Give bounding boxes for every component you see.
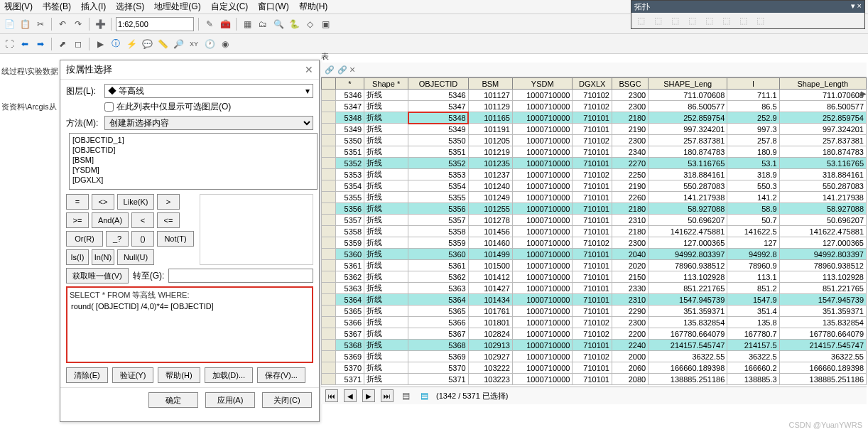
editor-icon[interactable]: ✎ — [203, 18, 216, 31]
col-header[interactable]: BSGC — [612, 78, 649, 90]
op-ne[interactable]: <> — [92, 194, 114, 210]
load-button[interactable]: 加载(D)... — [205, 367, 253, 383]
table-row[interactable]: 5366折线536610180110007100007101022300135.… — [322, 317, 867, 328]
table-row[interactable]: 5348折线534810116510007100007101012180252.… — [322, 112, 867, 124]
back-icon[interactable]: ⬅ — [18, 38, 31, 50]
table-row[interactable]: 5359折线535910146010007100007101022300127.… — [322, 237, 867, 249]
toolbox-icon[interactable]: 🧰 — [219, 18, 232, 31]
measure-icon[interactable]: 📏 — [156, 38, 169, 50]
op-is[interactable]: Is(I) — [66, 249, 89, 265]
col-header[interactable]: BSM — [468, 78, 512, 90]
show-all-icon[interactable]: ▤ — [399, 389, 412, 402]
table-row[interactable]: 5358折线5358101456100071000071010121801416… — [322, 226, 867, 237]
tree-node-1[interactable]: 线过程\实验数据 — [1, 64, 59, 78]
close-icon[interactable]: ✕ — [305, 64, 313, 75]
menu-window[interactable]: 窗口(W) — [258, 1, 288, 13]
catalog-icon[interactable]: 🗂 — [256, 18, 269, 31]
op-gt[interactable]: > — [157, 194, 180, 210]
pointer-icon[interactable]: ▶ — [94, 38, 107, 50]
find-icon[interactable]: 🔎 — [172, 38, 185, 50]
layer-combo[interactable]: ◆ 等高线▾ — [104, 84, 313, 98]
field-item[interactable]: [OBJECTID] — [71, 145, 315, 155]
add-data-icon[interactable]: ➕ — [94, 18, 107, 31]
redo-icon[interactable]: ↷ — [72, 18, 85, 31]
col-header[interactable]: YSDM — [512, 78, 572, 90]
table-row[interactable]: 5356折线53561012551000710000710101218058.9… — [322, 203, 867, 215]
topo-ico-1[interactable]: ⬚ — [634, 14, 647, 27]
last-record-button[interactable]: ⏭ — [381, 389, 394, 402]
show-selected-icon[interactable]: ▤ — [418, 389, 430, 402]
clear-button[interactable]: 清除(E) — [66, 367, 108, 383]
table-row[interactable]: 5360折线5360101499100071000071010120409499… — [322, 249, 867, 260]
col-header[interactable]: Shape_Length — [779, 78, 866, 90]
field-item[interactable]: [YSDM] — [71, 165, 315, 175]
first-record-button[interactable]: ⏮ — [325, 389, 338, 402]
col-header[interactable]: OBJECTID — [408, 78, 468, 90]
menu-customize[interactable]: 自定义(C) — [211, 1, 249, 13]
apply-button[interactable]: 应用(A) — [205, 392, 255, 408]
op-eq[interactable]: = — [66, 194, 89, 210]
table-row[interactable]: 5352折线53521012351000710000710101227053.1… — [322, 158, 867, 169]
table-row[interactable]: 5353折线535310123710007100007101022250318.… — [322, 169, 867, 180]
op-like[interactable]: Like(K) — [117, 194, 154, 210]
table-row[interactable]: 5350折线535010120510007100007101022300257.… — [322, 135, 867, 146]
op-paren[interactable]: () — [131, 231, 154, 247]
col-header[interactable]: * — [336, 78, 364, 90]
hyperlink-icon[interactable]: ⚡ — [125, 38, 138, 50]
menu-bookmark[interactable]: 书签(B) — [43, 1, 71, 13]
op-lt[interactable]: < — [131, 212, 154, 228]
help-button[interactable]: 帮助(H) — [158, 367, 200, 383]
close-button[interactable]: 关闭(C) — [262, 392, 312, 408]
field-item[interactable]: [BSM] — [71, 155, 315, 165]
next-record-button[interactable]: ▶ — [362, 389, 375, 402]
col-header[interactable]: SHAPE_Leng — [649, 78, 727, 90]
menu-select[interactable]: 选择(S) — [116, 1, 144, 13]
op-ge[interactable]: >= — [66, 212, 89, 228]
field-item[interactable]: [DGXLX] — [71, 175, 315, 185]
table-row[interactable]: 5371折线5371103223100071000071010120801388… — [322, 374, 867, 385]
table-row[interactable]: 5368折线5368102913100071000071010122402141… — [322, 340, 867, 351]
scroll-right-icon[interactable]: ▶ — [861, 90, 867, 97]
topo-ico-6[interactable]: ⬚ — [720, 14, 732, 27]
table-row[interactable]: 5355折线535510124910007100007101012260141.… — [322, 192, 867, 203]
unique-values-button[interactable]: 获取唯一值(V) — [66, 268, 129, 284]
col-header[interactable]: l — [727, 78, 779, 90]
select-arrow-icon[interactable]: ⬈ — [56, 38, 69, 50]
tab-close-icon[interactable]: × — [349, 64, 355, 75]
clear-sel-icon[interactable]: ◻ — [72, 38, 85, 50]
save-button[interactable]: 保存(V)... — [257, 367, 305, 383]
full-extent-icon[interactable]: ⛶ — [3, 38, 16, 50]
op-le[interactable]: <= — [157, 212, 180, 228]
verify-button[interactable]: 验证(Y) — [112, 367, 154, 383]
xy-icon[interactable]: XY — [188, 38, 200, 50]
table-row[interactable]: 5347折线53471011291000710000710102230086.5… — [322, 101, 867, 112]
op-not[interactable]: Not(T) — [157, 231, 194, 247]
python-icon[interactable]: 🐍 — [288, 18, 300, 31]
table-row[interactable]: 5357折线53571012781000710000710101231050.6… — [322, 215, 867, 226]
forward-icon[interactable]: ➡ — [34, 38, 47, 50]
topo-ico-4[interactable]: ⬚ — [685, 14, 698, 27]
table-icon[interactable]: ▦ — [241, 18, 254, 31]
ok-button[interactable]: 确定 — [148, 392, 198, 408]
layers-icon[interactable]: ▣ — [319, 18, 332, 31]
paste-icon[interactable]: 📋 — [18, 18, 31, 31]
menu-view[interactable]: 视图(V) — [4, 1, 33, 13]
copy-icon[interactable]: 📄 — [3, 18, 16, 31]
table-row[interactable]: 5362折线536210141210007100007101012150113.… — [322, 271, 867, 283]
data-grid[interactable]: *Shape *OBJECTIDBSMYSDMDGXLXBSGCSHAPE_Le… — [321, 77, 867, 385]
table-row[interactable]: 5370折线5370103222100071000071010120601666… — [322, 362, 867, 374]
topology-close[interactable]: ▾ × — [851, 1, 862, 12]
field-item[interactable]: [OBJECTID_1] — [71, 135, 315, 145]
op-or[interactable]: Or(R) — [66, 231, 103, 247]
menu-geoprocessing[interactable]: 地理处理(G) — [154, 1, 200, 13]
table-row[interactable]: 5349折线534910119110007100007101012190997.… — [322, 124, 867, 135]
topo-ico-2[interactable]: ⬚ — [651, 14, 664, 27]
time-icon[interactable]: 🕐 — [203, 38, 216, 50]
menu-insert[interactable]: 插入(I) — [81, 1, 106, 13]
prev-record-button[interactable]: ◀ — [344, 389, 357, 402]
op-null[interactable]: Null(U) — [117, 249, 154, 265]
field-list[interactable]: [OBJECTID_1] [OBJECTID] [BSM] [YSDM] [DG… — [69, 133, 318, 190]
col-header[interactable]: DGXLX — [573, 78, 612, 90]
op-in[interactable]: In(N) — [92, 249, 114, 265]
table-row[interactable]: 5346折线534610112710007100007101022300711.… — [322, 90, 867, 101]
